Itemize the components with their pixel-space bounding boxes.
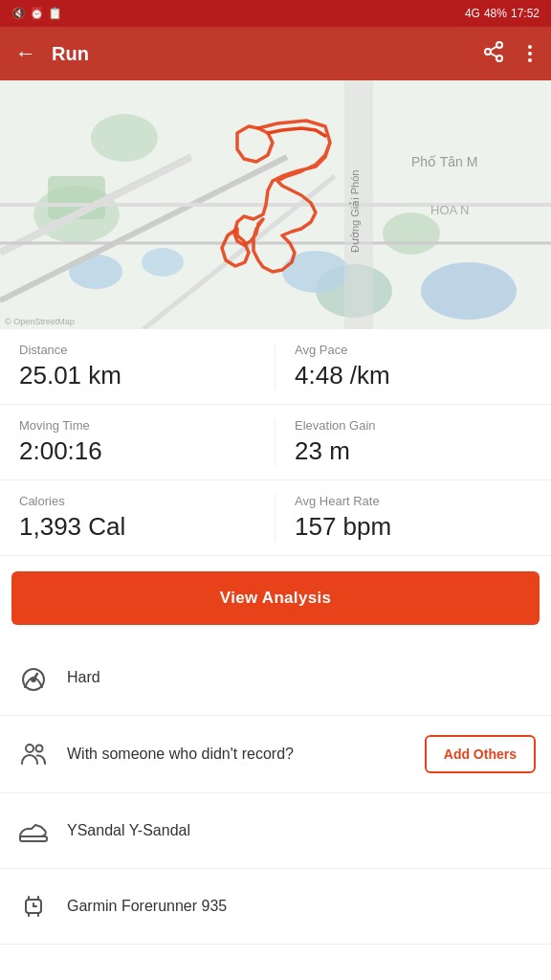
elevation-value: 23 m <box>295 436 532 466</box>
stat-calories: Calories 1,393 Cal <box>0 480 276 555</box>
svg-point-11 <box>383 212 440 255</box>
map-container: Phố Tân M HOA N Đường Giải Phón © OpenSt… <box>0 80 551 329</box>
stat-elevation: Elevation Gain 23 m <box>276 405 551 479</box>
distance-value: 25.01 km <box>19 361 256 390</box>
shoe-row: YSandal Y-Sandal <box>0 793 551 869</box>
svg-point-30 <box>36 746 43 752</box>
stat-heart-rate: Avg Heart Rate 157 bpm <box>276 480 551 555</box>
with-someone-text: With someone who didn't record? <box>67 746 409 763</box>
distance-label: Distance <box>19 343 256 357</box>
watch-icon <box>15 888 52 924</box>
view-analysis-button[interactable]: View Analysis <box>11 571 540 625</box>
svg-point-8 <box>91 114 158 162</box>
more-options-icon[interactable] <box>524 41 536 66</box>
elevation-label: Elevation Gain <box>295 418 532 433</box>
calories-value: 1,393 Cal <box>19 512 256 542</box>
battery-text: 48% <box>484 7 507 20</box>
header: ← Run <box>0 27 551 80</box>
stats-row-3: Calories 1,393 Cal Avg Heart Rate 157 bp… <box>0 480 551 555</box>
stat-distance: Distance 25.01 km <box>0 329 276 404</box>
effort-text: Hard <box>67 669 536 686</box>
svg-point-13 <box>142 248 184 277</box>
avg-pace-value: 4:48 /km <box>295 361 532 390</box>
heart-rate-label: Avg Heart Rate <box>295 494 532 508</box>
calories-label: Calories <box>19 494 256 508</box>
status-icons-left: 🔇 ⏰ 📋 <box>11 7 62 20</box>
status-icons-right: 4G 48% 17:52 <box>465 7 540 20</box>
watch-text: Garmin Forerunner 935 <box>67 898 536 915</box>
shoe-icon <box>15 813 52 849</box>
people-icon <box>15 736 52 772</box>
svg-point-15 <box>421 262 517 320</box>
notification-icon: 📋 <box>48 7 62 20</box>
svg-point-29 <box>26 745 33 752</box>
moving-time-value: 2:00:16 <box>19 436 256 466</box>
stats-row-2: Moving Time 2:00:16 Elevation Gain 23 m <box>0 405 551 480</box>
stats-row-1: Distance 25.01 km Avg Pace 4:48 /km <box>0 329 551 405</box>
svg-text:HOA N: HOA N <box>430 203 469 217</box>
signal-text: 4G <box>465 7 480 20</box>
status-bar: 🔇 ⏰ 📋 4G 48% 17:52 <box>0 0 551 27</box>
avg-pace-label: Avg Pace <box>295 343 532 357</box>
with-someone-row: With someone who didn't record? Add Othe… <box>0 716 551 793</box>
svg-line-4 <box>491 46 497 50</box>
alarm-icon: ⏰ <box>30 7 44 20</box>
svg-text:Phố Tân M: Phố Tân M <box>411 154 477 169</box>
share-icon[interactable] <box>482 40 505 68</box>
stats-container: Distance 25.01 km Avg Pace 4:48 /km Movi… <box>0 329 551 556</box>
shoe-text: YSandal Y-Sandal <box>67 822 536 839</box>
add-others-button[interactable]: Add Others <box>425 735 536 773</box>
svg-text:© OpenStreetMap: © OpenStreetMap <box>5 317 75 326</box>
back-button[interactable]: ← <box>15 41 36 66</box>
stat-moving-time: Moving Time 2:00:16 <box>0 405 276 479</box>
moving-time-label: Moving Time <box>19 418 256 433</box>
mute-icon: 🔇 <box>11 7 26 20</box>
time-text: 17:52 <box>511 7 540 20</box>
info-section: Hard With someone who didn't record? Add… <box>0 640 551 945</box>
svg-line-3 <box>491 53 497 56</box>
heart-rate-value: 157 bpm <box>295 512 532 542</box>
svg-point-28 <box>32 678 35 681</box>
stat-avg-pace: Avg Pace 4:48 /km <box>276 329 551 404</box>
speedometer-icon <box>15 659 52 696</box>
effort-row: Hard <box>0 640 551 716</box>
page-title: Run <box>52 43 482 65</box>
header-actions <box>482 40 536 68</box>
watch-row: Garmin Forerunner 935 <box>0 869 551 945</box>
svg-text:Đường Giải Phón: Đường Giải Phón <box>349 170 361 253</box>
